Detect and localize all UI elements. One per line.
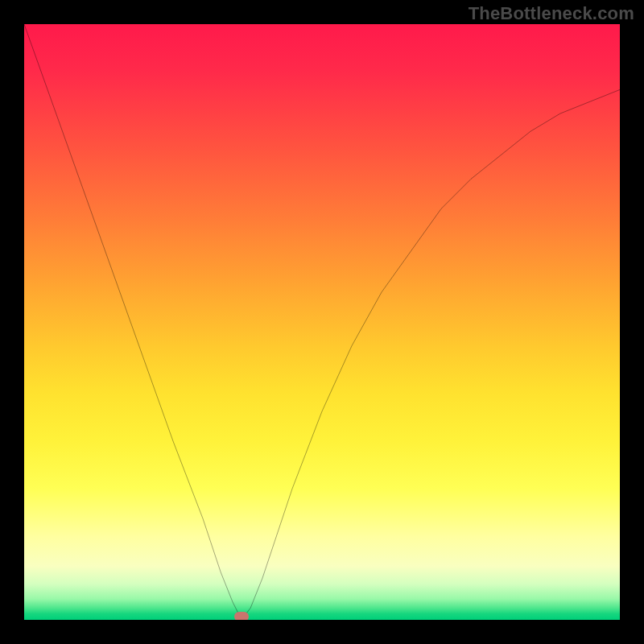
plot-area [24,24,620,620]
bottleneck-curve [24,24,620,620]
curve-path [24,24,620,620]
optimal-point-marker [234,612,249,620]
watermark-text: TheBottleneck.com [469,3,634,24]
